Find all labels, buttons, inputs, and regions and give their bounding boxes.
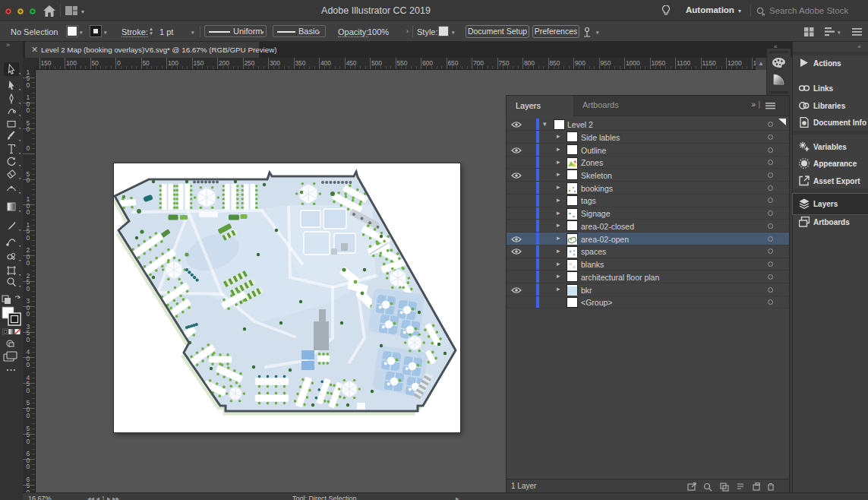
svg-text:»: » xyxy=(6,42,10,49)
